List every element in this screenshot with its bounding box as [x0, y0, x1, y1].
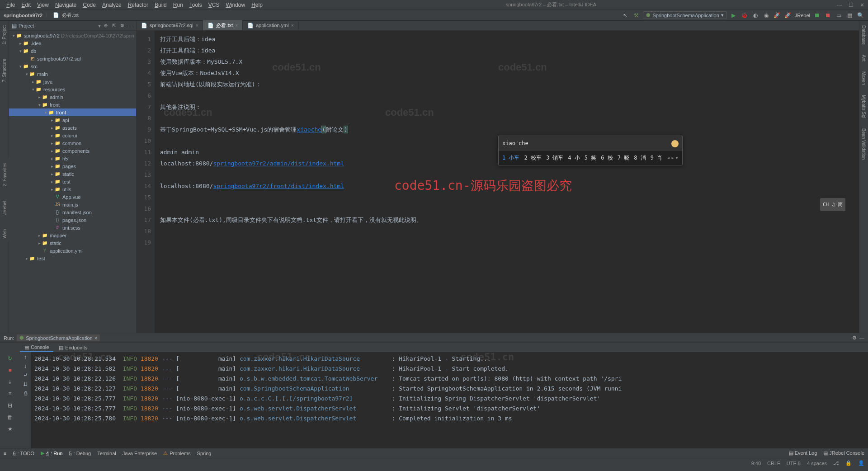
- menu-build[interactable]: Build: [152, 1, 170, 9]
- tree-node[interactable]: ▸📁static: [9, 239, 136, 247]
- jr-run-icon[interactable]: [813, 11, 821, 19]
- eol[interactable]: CRLF: [767, 461, 780, 466]
- menu-navigate[interactable]: Navigate: [52, 1, 79, 9]
- hide-icon[interactable]: —: [127, 23, 133, 29]
- menu-file[interactable]: File: [4, 1, 18, 9]
- profile-icon[interactable]: ◉: [762, 11, 770, 19]
- project-tree[interactable]: ▾📁springboota97r2 D:\releaseComp\24-10\2…: [9, 31, 136, 333]
- menu-edit[interactable]: Edit: [19, 1, 33, 9]
- run-icon[interactable]: ▶: [730, 11, 738, 19]
- gear-icon[interactable]: ⚙: [119, 23, 125, 29]
- tool-tab[interactable]: 2: Favorites: [1, 160, 8, 189]
- menu-refactor[interactable]: Refactor: [125, 1, 151, 9]
- tree-node[interactable]: ▸📁components: [9, 147, 136, 155]
- tree-node[interactable]: ▸📁assets: [9, 124, 136, 132]
- close-tab-icon[interactable]: ×: [196, 23, 198, 28]
- coverage-icon[interactable]: ◐: [751, 11, 760, 19]
- tool-tab[interactable]: Database: [860, 23, 867, 47]
- rerun-icon[interactable]: ↻: [5, 354, 14, 363]
- bottom-tab[interactable]: ▶ 4: Run: [41, 450, 62, 456]
- search-icon[interactable]: 🔍: [856, 11, 864, 19]
- tree-node[interactable]: ▸📁common: [9, 139, 136, 147]
- bottom-tab[interactable]: ≡: [4, 451, 6, 456]
- tool-tab[interactable]: Maven: [860, 69, 867, 88]
- menu-code[interactable]: Code: [80, 1, 99, 9]
- ime-popup[interactable]: xiao'che 1 小车2 校车3 销车4 小5 笑6 校7 晓8 消9 肖◂…: [498, 136, 683, 165]
- tree-node[interactable]: ▾📁front: [9, 108, 136, 116]
- attach-icon[interactable]: ⇣: [5, 377, 14, 386]
- gear-icon[interactable]: ⚙: [852, 335, 857, 341]
- tree-node[interactable]: {}pages.json: [9, 216, 136, 224]
- ime-candidate[interactable]: 6 校: [601, 152, 613, 164]
- ime-candidate[interactable]: 4 小: [568, 152, 580, 164]
- cursor-position[interactable]: 9:40: [751, 461, 761, 466]
- bottom-tab[interactable]: ▤ JRebel Console: [823, 450, 864, 456]
- tree-node[interactable]: {}manifest.json: [9, 208, 136, 216]
- bottom-tab[interactable]: 6: TODO: [13, 451, 34, 456]
- tool-tab[interactable]: Ant: [860, 52, 867, 64]
- code-content[interactable]: code51.cn-源码乐园盗图必究 xiao'che 1 小车2 校车3 销车…: [155, 31, 859, 333]
- maximize-icon[interactable]: ☐: [849, 2, 854, 8]
- bottom-tab[interactable]: Spring: [197, 451, 212, 456]
- tree-node[interactable]: ◩springboota97r2.sql: [9, 55, 136, 62]
- bottom-tab[interactable]: 5: Debug: [69, 451, 91, 456]
- menu-help[interactable]: Help: [249, 1, 265, 9]
- wrap-icon[interactable]: ⤶: [23, 372, 28, 378]
- menu-window[interactable]: Window: [223, 1, 248, 9]
- layout2-icon[interactable]: ▦: [845, 11, 854, 19]
- tree-node[interactable]: ▸📁admin: [9, 93, 136, 101]
- tree-node[interactable]: ▸📁utils: [9, 185, 136, 193]
- tree-node[interactable]: ▸📁api: [9, 116, 136, 124]
- ime-emoji-icon[interactable]: [671, 140, 679, 147]
- tree-node[interactable]: ▸📁h5: [9, 155, 136, 162]
- menu-analyze[interactable]: Analyze: [99, 1, 124, 9]
- bottom-tab[interactable]: Terminal: [97, 451, 116, 456]
- back-icon[interactable]: ↖: [621, 11, 629, 19]
- tool-tab[interactable]: 1: Project: [1, 23, 8, 47]
- ime-candidate[interactable]: 8 消: [634, 152, 646, 164]
- collapse-icon[interactable]: ⇱: [111, 23, 117, 29]
- menu-run[interactable]: Run: [170, 1, 186, 9]
- rocket2-icon[interactable]: 🚀: [784, 11, 792, 19]
- tool-tab[interactable]: Bean Validation: [860, 126, 867, 162]
- help-icon[interactable]: ★: [5, 424, 14, 433]
- tree-node[interactable]: Yapplication.yml: [9, 247, 136, 254]
- trash-icon[interactable]: 🗑: [5, 413, 14, 422]
- tree-node[interactable]: ▸📁mapper: [9, 231, 136, 239]
- down-icon[interactable]: ↓: [24, 363, 27, 369]
- breadcrumb-file[interactable]: 必看.txt: [62, 12, 79, 19]
- stop-icon[interactable]: ■: [5, 366, 14, 375]
- minimize-icon[interactable]: —: [837, 2, 842, 8]
- bottom-tab[interactable]: ▤ Event Log: [789, 450, 817, 456]
- tree-node[interactable]: ▾📁front: [9, 101, 136, 108]
- tree-node[interactable]: #uni.scss: [9, 224, 136, 231]
- tool-tab[interactable]: 7: Structure: [1, 56, 8, 85]
- ime-candidate[interactable]: 7 晓: [618, 152, 629, 164]
- print-icon[interactable]: ⎙: [24, 390, 27, 396]
- filter-icon[interactable]: ⊟: [5, 401, 14, 410]
- run-config-name[interactable]: ⬢ SpringbootSchemaApplication ×: [17, 334, 100, 341]
- debug-icon[interactable]: 🐞: [741, 11, 749, 19]
- tree-node[interactable]: ▸📁colorui: [9, 132, 136, 139]
- crosshair-icon[interactable]: ⊕: [103, 23, 109, 29]
- ime-candidate[interactable]: 9 肖: [651, 152, 662, 164]
- indent[interactable]: 4 spaces: [807, 461, 827, 466]
- bottom-tab[interactable]: Java Enterprise: [123, 451, 157, 456]
- layout1-icon[interactable]: ▭: [835, 11, 843, 19]
- editor-tab[interactable]: 📄必看.txt×: [203, 20, 243, 30]
- bottom-tab[interactable]: ⚠ Problems: [163, 450, 190, 456]
- ime-candidates[interactable]: 1 小车2 校车3 销车4 小5 笑6 校7 晓8 消9 肖◂▸▾: [499, 151, 682, 165]
- hammer-icon[interactable]: ⚒: [632, 11, 640, 19]
- git-branch-icon[interactable]: ⎇: [833, 460, 839, 466]
- tree-node[interactable]: ▾📁src: [9, 62, 136, 70]
- up-icon[interactable]: ↑: [24, 354, 27, 360]
- tree-node[interactable]: VApp.vue: [9, 193, 136, 201]
- close-tab-icon[interactable]: ×: [235, 23, 238, 28]
- editor-tab[interactable]: 📄springboota97r2.sql×: [137, 20, 203, 30]
- lock-icon[interactable]: 🔒: [845, 460, 852, 466]
- tree-node[interactable]: ▾📁resources: [9, 85, 136, 93]
- run-config-selector[interactable]: ⬢ SpringbootSchemaApplication ▾: [643, 11, 726, 19]
- tree-node[interactable]: JSmain.js: [9, 201, 136, 208]
- pretty-icon[interactable]: ≡: [5, 389, 14, 398]
- tree-node[interactable]: ▸📁java: [9, 78, 136, 85]
